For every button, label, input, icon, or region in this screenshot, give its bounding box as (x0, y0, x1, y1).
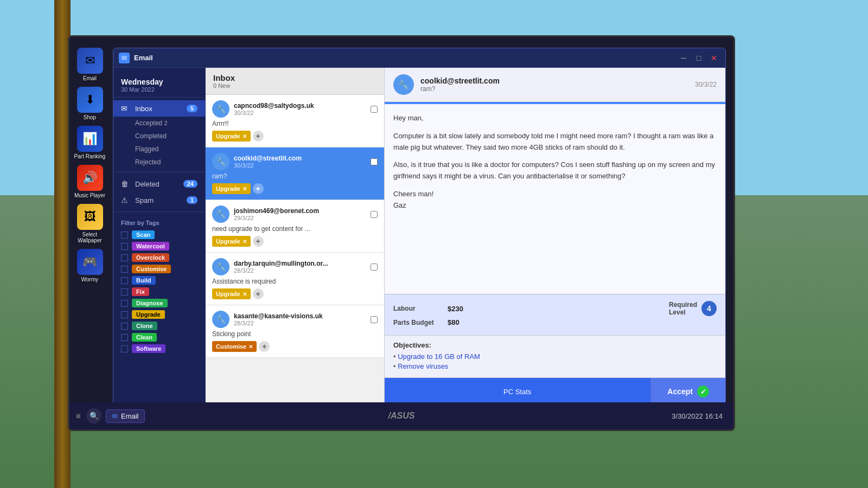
spam-label: Spam (135, 196, 154, 204)
filter-clean[interactable]: Clean (121, 333, 197, 342)
overclock-checkbox[interactable] (121, 254, 128, 261)
clean-checkbox[interactable] (121, 334, 128, 341)
objective-text: Upgrade to 16 GB of RAM (398, 352, 480, 361)
maximize-button[interactable]: □ (693, 52, 705, 64)
email-checkbox[interactable] (371, 264, 378, 271)
filter-diagnose[interactable]: Diagnose (121, 299, 197, 307)
filter-scan[interactable]: Scan (121, 230, 197, 239)
remove-tag-button[interactable]: ✕ (242, 239, 247, 245)
filter-overclock[interactable]: Overclock (121, 253, 197, 262)
pc-stats-button[interactable]: PC Stats (385, 378, 650, 405)
sidebar-item-rejected[interactable]: Rejected (113, 156, 205, 169)
sidebar-item-spam[interactable]: ⚠ Spam 1 (113, 192, 205, 208)
remove-tag-button[interactable]: ✕ (242, 291, 247, 297)
email-tags: Upgrade ✕ + (212, 288, 378, 299)
email-tags: Upgrade ✕ + (212, 183, 378, 194)
email-subject: Arrrr!! (212, 120, 378, 127)
accept-button[interactable]: Accept ✓ (650, 378, 725, 405)
email-list: Inbox 0 New 🔧 capncod98@saltydogs.uk 30/… (206, 68, 385, 405)
email-date: 30/3/22 (234, 162, 367, 169)
email-item[interactable]: 🔧 coolkid@streetlit.com 30/3/22 ram? Upg… (206, 147, 384, 200)
avatar: 🔧 (212, 258, 229, 275)
sidebar-date-sub: 30 Mar 2022 (121, 86, 197, 93)
email-date: 30/3/22 (234, 110, 367, 116)
desktop-icon-shop[interactable]: ⬇ Shop (71, 87, 109, 120)
clone-tag: Clone (132, 322, 157, 330)
shop-icon-label: Shop (84, 114, 96, 120)
email-checkbox[interactable] (371, 158, 378, 165)
sidebar-item-flagged[interactable]: Flagged (113, 143, 205, 156)
email-list-header: Inbox 0 New (206, 68, 384, 95)
scan-checkbox[interactable] (121, 232, 128, 239)
filter-clone[interactable]: Clone (121, 322, 197, 330)
email-checkbox[interactable] (371, 316, 378, 323)
required-section: RequiredLevel 4 (669, 301, 717, 316)
email-list-body: 🔧 capncod98@saltydogs.uk 30/3/22 Arrrr!!… (206, 95, 384, 405)
add-tag-button[interactable]: + (253, 288, 264, 299)
remove-tag-button[interactable]: ✕ (248, 344, 253, 350)
watercool-checkbox[interactable] (121, 243, 128, 250)
detail-subject: ram? (420, 85, 695, 93)
required-badge: 4 (701, 301, 717, 316)
email-item[interactable]: 🔧 joshimon469@borenet.com 29/3/22 need u… (206, 200, 384, 253)
desktop-icon-email[interactable]: ✉ Email (71, 48, 109, 81)
filter-fix[interactable]: Fix (121, 287, 197, 296)
software-checkbox[interactable] (121, 345, 128, 352)
taskbar-email-button[interactable]: ✉ Email (106, 409, 145, 423)
add-tag-button[interactable]: + (259, 341, 270, 352)
inbox-icon: ✉ (121, 104, 131, 113)
desktop-icon-music[interactable]: 🔊 Music Player (71, 165, 109, 198)
minimize-button[interactable]: ─ (678, 52, 690, 64)
upgrade-checkbox[interactable] (121, 311, 128, 318)
desktop-icon-ranking[interactable]: 📊 Part Ranking (71, 126, 109, 159)
email-from: coolkid@streetlit.com (234, 155, 367, 162)
diagnose-checkbox[interactable] (121, 300, 128, 307)
email-item[interactable]: 🔧 capncod98@saltydogs.uk 30/3/22 Arrrr!!… (206, 95, 384, 147)
sidebar-item-inbox[interactable]: ✉ Inbox 5 (113, 100, 205, 117)
email-from: kasante@kasante-visions.uk (234, 312, 367, 320)
desktop-icon-wormy[interactable]: 🎮 Wormy (71, 249, 109, 282)
build-checkbox[interactable] (121, 277, 128, 284)
parts-value: $80 (448, 318, 459, 326)
sidebar-divider-1 (113, 172, 205, 172)
monitor-frame: ✉ Email ⬇ Shop 📊 Part Ranking 🔊 Music Pl… (68, 35, 735, 431)
email-checkbox[interactable] (371, 211, 378, 218)
spam-icon: ⚠ (121, 196, 131, 204)
email-meta: coolkid@streetlit.com 30/3/22 (234, 155, 367, 169)
filter-build[interactable]: Build (121, 276, 197, 285)
email-item[interactable]: 🔧 darby.tarquin@mullington.or... 28/3/22… (206, 253, 384, 305)
filter-software[interactable]: Software (121, 344, 197, 353)
build-tag: Build (132, 276, 156, 285)
email-subject: Assistance is required (212, 278, 378, 285)
email-tags: Customise ✕ + (212, 341, 378, 352)
objective-item: • Remove viruses (393, 362, 717, 370)
add-tag-button[interactable]: + (253, 183, 264, 194)
email-meta: darby.tarquin@mullington.or... 28/3/22 (234, 260, 367, 274)
remove-tag-button[interactable]: ✕ (242, 186, 247, 192)
avatar: 🔧 (212, 100, 229, 118)
email-item-top: 🔧 coolkid@streetlit.com 30/3/22 (212, 153, 378, 170)
customise-checkbox[interactable] (121, 266, 128, 273)
body-paragraph-1: Hey man, (393, 113, 717, 124)
email-list-title: Inbox (213, 73, 376, 82)
add-tag-button[interactable]: + (253, 131, 264, 142)
add-tag-button[interactable]: + (253, 236, 264, 247)
email-item[interactable]: 🔧 kasante@kasante-visions.uk 28/3/22 Sti… (206, 305, 384, 358)
close-button[interactable]: ✕ (708, 52, 720, 64)
email-checkbox[interactable] (371, 106, 378, 113)
taskbar-search-button[interactable]: 🔍 (86, 408, 101, 423)
labour-label: Labour (393, 305, 448, 312)
desktop-icon-wallpaper[interactable]: 🖼 Select Wallpaper (71, 204, 109, 243)
email-date: 28/3/22 (234, 320, 367, 326)
sidebar-item-deleted[interactable]: 🗑 Deleted 24 (113, 176, 205, 192)
sidebar-item-accepted[interactable]: Accepted 2 (113, 117, 205, 130)
filter-customise[interactable]: Customise (121, 265, 197, 273)
labour-row: Labour $230 RequiredLevel 4 (393, 301, 717, 316)
filter-watercool[interactable]: Watercool (121, 242, 197, 251)
fix-checkbox[interactable] (121, 288, 128, 296)
clone-checkbox[interactable] (121, 323, 128, 330)
remove-tag-button[interactable]: ✕ (242, 133, 247, 139)
parts-row: Parts Budget $80 (393, 318, 717, 326)
filter-upgrade[interactable]: Upgrade (121, 310, 197, 319)
sidebar-item-completed[interactable]: Completed (113, 130, 205, 143)
